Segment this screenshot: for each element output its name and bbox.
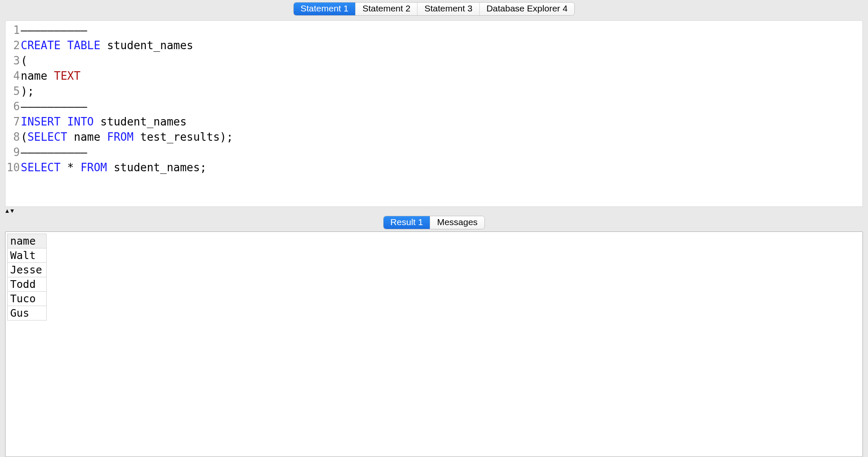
sql-text: name [21,70,54,82]
splitter-handle-icon: ▲▼ [4,207,14,214]
code-line[interactable]: name TEXT [21,68,862,84]
table-cell[interactable]: Walt [8,248,47,263]
tab-statement-1[interactable]: Statement 2 [356,3,417,15]
sql-keyword: FROM [107,131,134,143]
results-body[interactable]: nameWaltJesseToddTucoGus [5,231,863,457]
line-number: 9 [6,145,20,160]
sql-keyword: SELECT [21,161,61,174]
sql-text: * [61,161,81,174]
sql-keyword: SELECT [28,131,67,143]
line-number: 5 [6,84,20,99]
sql-text: —————————— [21,100,87,113]
app-root: Statement 1Statement 2Statement 3Databas… [0,0,868,457]
pane-splitter[interactable]: ▲▼ [0,207,868,215]
sql-text: ); [21,85,34,98]
sql-text: —————————— [21,146,87,159]
tab-statement-2[interactable]: Statement 3 [417,3,479,15]
code-line[interactable]: CREATE TABLE student_names [21,38,862,53]
code-line[interactable]: —————————— [21,145,862,160]
sql-type: TEXT [54,70,81,82]
sql-text: student_names [94,115,186,128]
line-number: 10 [6,160,20,175]
table-row[interactable]: Tuco [8,292,47,306]
tab-statement-0[interactable]: Statement 1 [294,3,356,15]
table-cell[interactable]: Tuco [8,292,47,306]
line-number: 3 [6,53,20,68]
result-table[interactable]: nameWaltJesseToddTucoGus [7,234,47,320]
sql-text: student_names; [107,161,207,174]
sql-keyword: CREATE [21,39,61,52]
top-tab-bar: Statement 1Statement 2Statement 3Databas… [0,0,868,18]
code-line[interactable]: SELECT * FROM student_names; [21,160,862,175]
table-cell[interactable]: Gus [8,306,47,320]
line-number: 8 [6,129,20,145]
code-line[interactable]: —————————— [21,22,862,38]
code-line[interactable]: INSERT INTO student_names [21,114,862,129]
sql-text: ( [21,131,28,143]
sql-keyword: INSERT [21,115,61,128]
table-row[interactable]: Walt [8,248,47,263]
sql-keyword: TABLE [67,39,100,52]
table-row[interactable]: Jesse [8,263,47,277]
tab-result-1[interactable]: Messages [430,216,484,229]
results-panel: nameWaltJesseToddTucoGus [5,231,863,457]
top-tab-control: Statement 1Statement 2Statement 3Databas… [294,3,574,15]
tab-result-0[interactable]: Result 1 [384,216,430,229]
line-number-gutter: 12345678910 [6,21,21,206]
sql-keyword: INTO [67,115,94,128]
code-line[interactable]: —————————— [21,99,862,114]
sql-editor[interactable]: 12345678910 ——————————CREATE TABLE stude… [5,20,863,207]
table-cell[interactable]: Jesse [8,263,47,277]
bottom-tab-control: Result 1Messages [384,216,484,229]
sql-text: test_results); [134,131,233,143]
code-area[interactable]: ——————————CREATE TABLE student_names(nam… [21,21,862,206]
sql-text: —————————— [21,24,87,36]
code-line[interactable]: ); [21,84,862,99]
table-row[interactable]: Gus [8,306,47,320]
line-number: 1 [6,22,20,38]
line-number: 7 [6,114,20,129]
sql-keyword: FROM [81,161,107,174]
sql-text [61,39,67,52]
table-cell[interactable]: Todd [8,277,47,292]
line-number: 6 [6,99,20,114]
table-row[interactable]: Todd [8,277,47,292]
sql-text: student_names [100,39,193,52]
column-header[interactable]: name [8,234,47,248]
bottom-tab-bar: Result 1Messages [0,215,868,231]
code-line[interactable]: (SELECT name FROM test_results); [21,129,862,145]
line-number: 4 [6,68,20,84]
line-number: 2 [6,38,20,53]
code-line[interactable]: ( [21,53,862,68]
sql-text: name [67,131,107,143]
sql-text [61,115,67,128]
sql-text: ( [21,54,28,67]
tab-statement-3[interactable]: Database Explorer 4 [480,3,574,15]
